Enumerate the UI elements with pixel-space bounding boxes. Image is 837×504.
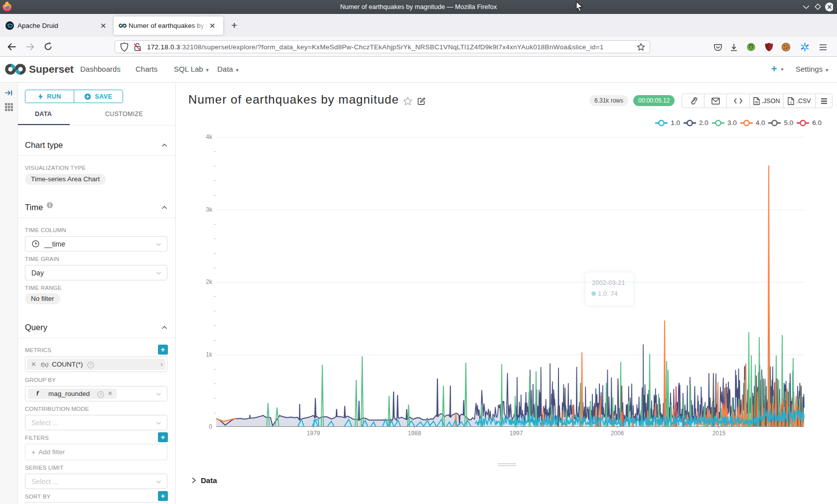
svg-text:?: ? bbox=[90, 363, 92, 368]
svg-text:?: ? bbox=[100, 392, 102, 397]
svg-text:x: x bbox=[790, 101, 792, 104]
